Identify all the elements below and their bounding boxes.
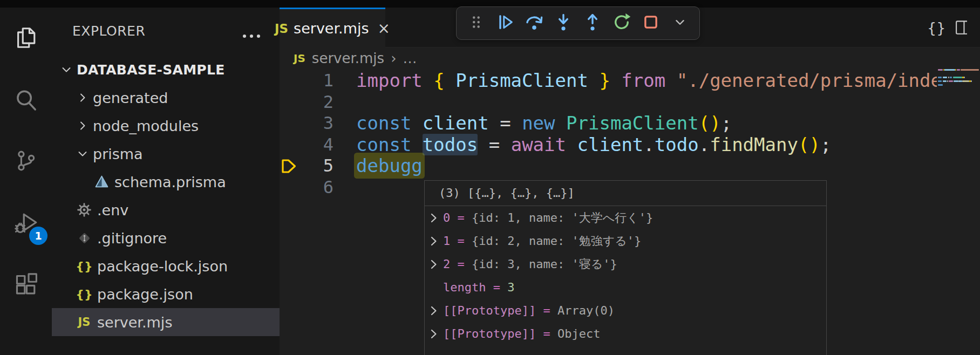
expand-chevron-icon [425, 305, 443, 317]
symbol-braces-button[interactable]: {} [927, 19, 945, 36]
tree-item-label: DATABASE-SAMPLE [77, 62, 225, 78]
stop-icon [641, 12, 661, 34]
activity-item-extensions[interactable] [0, 260, 52, 312]
debug-variable-row-3[interactable]: length = 3 [425, 276, 826, 299]
explorer-icon [13, 25, 38, 52]
step-out-icon [583, 12, 602, 34]
tree-item-label: .gitignore [97, 230, 167, 247]
debug-popup-summary: (3) [{…}, {…}, {…}] [425, 181, 826, 206]
chevron-down-icon [76, 148, 90, 160]
code-editor: 1import { PrismaClient } from "./generat… [280, 70, 980, 198]
minimap-line-mark [938, 77, 942, 78]
js-file-icon: JS [294, 52, 305, 65]
code-line-2: 2 [280, 92, 980, 113]
step-over-button[interactable] [521, 10, 547, 36]
step-into-icon [554, 12, 573, 34]
variable-name: 0 [443, 211, 450, 224]
breadcrumb-symbol[interactable]: … [403, 50, 417, 66]
breadcrumb-file[interactable]: server.mjs [312, 50, 384, 66]
continue-button[interactable] [492, 10, 518, 36]
explorer-more-actions-button[interactable] [243, 35, 260, 38]
tree-item-server-mjs[interactable]: JSserver.mjs [52, 308, 280, 336]
line-number: 6 [280, 177, 334, 199]
minimap-line-mark [964, 77, 965, 78]
debug-variable-row-5[interactable]: [[Prototype]] = Object [425, 322, 826, 345]
tree-item-node-modules[interactable]: node_modules [52, 112, 280, 140]
more-chevron-button[interactable] [667, 10, 693, 36]
tree-item--env[interactable]: .env [52, 196, 280, 224]
tree-item-prisma[interactable]: prisma [52, 140, 280, 168]
tree-item-label: package-lock.json [97, 258, 228, 275]
chevron-down-icon [59, 64, 73, 76]
activity-item-explorer[interactable] [0, 13, 52, 65]
code-line-4: 4const todos = await client.todo.findMan… [280, 134, 980, 156]
minimap-line-mark [955, 69, 956, 71]
js-file-icon: JS [275, 22, 288, 36]
gear-file-icon [76, 203, 93, 217]
code-text: const client = new PrismaClient(); [356, 113, 732, 134]
close-tab-icon[interactable]: × [378, 21, 390, 36]
variable-name: 1 [443, 234, 450, 248]
minimap-line-mark [943, 80, 947, 82]
tree-item-label: node_modules [93, 118, 199, 134]
tree-item-package-json[interactable]: {}package.json [52, 280, 280, 308]
stop-button[interactable] [638, 10, 664, 36]
minimap-line-mark [944, 69, 955, 71]
toolbar-drag-handle[interactable] [463, 10, 489, 36]
line-number: 2 [280, 92, 334, 113]
minimap-line-mark [938, 80, 942, 82]
equals-sign: = [450, 211, 472, 224]
step-into-button[interactable] [550, 10, 576, 36]
tree-item-database-sample[interactable]: DATABASE-SAMPLE [52, 56, 280, 84]
debug-variable-row-4[interactable]: [[Prototype]] = Array(0) [425, 299, 826, 322]
tree-item-label: .env [97, 202, 128, 219]
minimap-line-mark [948, 77, 949, 78]
restart-button[interactable] [609, 10, 635, 36]
explorer-header: EXPLORER [52, 8, 280, 54]
code-text: const todos = await client.todo.findMany… [356, 134, 831, 156]
editor-actions: {} [927, 8, 967, 47]
minimap-line-mark [943, 77, 948, 78]
activity-bar: 1 [0, 8, 52, 355]
step-over-icon [524, 12, 545, 35]
equals-sign: = [536, 327, 557, 340]
restart-icon [612, 12, 631, 34]
step-out-button[interactable] [580, 10, 605, 36]
tree-item-generated[interactable]: generated [52, 84, 280, 112]
split-editor-button[interactable] [955, 18, 967, 37]
tree-item-label: server.mjs [97, 314, 172, 331]
debug-badge: 1 [29, 227, 47, 245]
tab-label: server.mjs [294, 20, 369, 37]
minimap-line-mark [947, 80, 948, 82]
activity-item-source-control[interactable] [0, 136, 52, 188]
tree-item-package-lock-json[interactable]: {}package-lock.json [52, 252, 280, 280]
debug-variable-row-0[interactable]: 0 = {id: 1, name: '大学へ行く'} [425, 206, 826, 229]
variable-name: [[Prototype]] [443, 327, 536, 340]
source-control-icon [13, 148, 38, 175]
tab-server-mjs[interactable]: JS server.mjs × [280, 8, 385, 47]
minimap[interactable] [937, 60, 980, 109]
tree-item-label: generated [93, 90, 168, 106]
code-line-5: 5debugg [280, 155, 980, 177]
debug-current-statement-pointer-icon [281, 158, 297, 176]
line-number: 3 [280, 113, 334, 134]
prisma-file-icon [93, 175, 110, 189]
equals-sign: = [536, 304, 557, 317]
json-file-icon: {} [76, 288, 93, 301]
variable-value: 3 [507, 281, 514, 294]
debug-variable-row-2[interactable]: 2 = {id: 3, name: '寝る'} [425, 252, 826, 276]
variable-value: {id: 1, name: '大学へ行く'} [472, 210, 653, 226]
line-number: 1 [280, 70, 334, 92]
tree-item--gitignore[interactable]: .gitignore [52, 224, 280, 252]
breadcrumb-separator: › [391, 50, 396, 66]
equals-sign: = [486, 281, 507, 294]
debug-variable-row-1[interactable]: 1 = {id: 2, name: '勉強する'} [425, 229, 826, 252]
activity-item-search[interactable] [0, 75, 52, 127]
equals-sign: = [450, 234, 472, 248]
minimap-line-mark [961, 69, 979, 71]
vscode-window: 1 EXPLORER DATABASE-SAMPLEgeneratednode_… [0, 0, 980, 355]
search-icon [13, 87, 38, 114]
equals-sign: = [450, 257, 472, 271]
variable-value: {id: 2, name: '勉強する'} [472, 233, 641, 249]
tree-item-schema-prisma[interactable]: schema.prisma [52, 168, 280, 196]
